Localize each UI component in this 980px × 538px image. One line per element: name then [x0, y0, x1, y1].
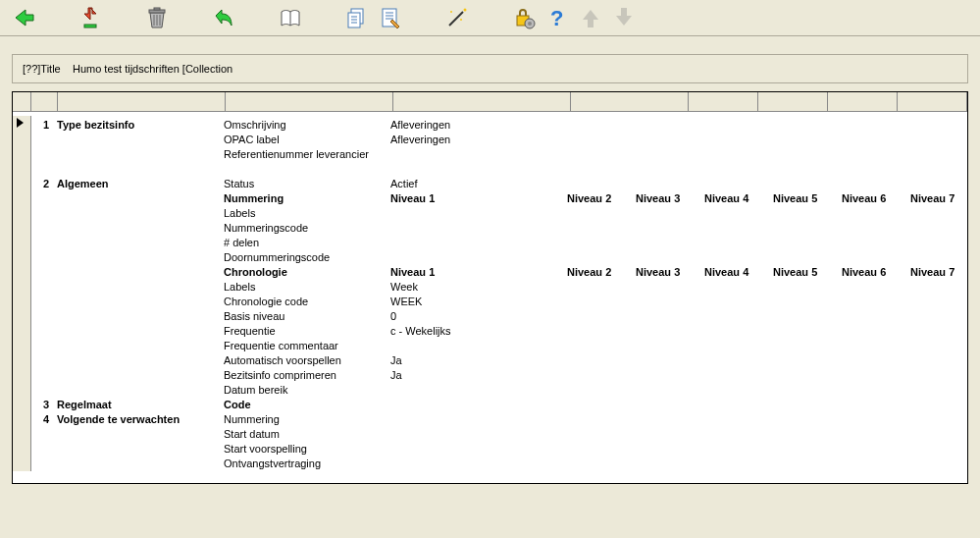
field-label: Basis niveau — [224, 309, 390, 324]
field-value[interactable]: Afleveringen — [390, 133, 567, 147]
book-button[interactable] — [277, 4, 304, 31]
field-label: Chronologie — [224, 265, 390, 280]
field-value[interactable]: Afleveringen — [390, 118, 567, 133]
delete-button[interactable] — [143, 4, 171, 31]
field-value[interactable]: c - Wekelijks — [390, 324, 567, 339]
undo-button[interactable] — [210, 4, 237, 31]
field-label: Datum bereik — [224, 383, 390, 398]
section-heading[interactable]: Type bezitsinfo — [57, 118, 224, 133]
section-number: 4 — [31, 412, 57, 427]
section-heading[interactable]: Algemeen — [57, 177, 224, 191]
section-number: 1 — [31, 118, 57, 133]
field-label: Doornummeringscode — [224, 250, 390, 265]
copy-button[interactable] — [343, 4, 371, 31]
copy-icon — [345, 6, 369, 29]
level-header[interactable]: Niveau 1 — [390, 265, 567, 280]
field-label: Chronologie code — [224, 295, 390, 309]
field-label: Omschrijving — [224, 118, 390, 133]
field-label: Start voorspelling — [224, 442, 390, 457]
wand-button[interactable] — [443, 4, 471, 31]
nav-up-icon — [579, 6, 602, 29]
help-icon: ? — [545, 6, 569, 29]
field-label: Code — [224, 398, 390, 412]
undo-icon — [212, 6, 235, 29]
field-label: Status — [224, 177, 390, 191]
field-value[interactable]: Ja — [390, 353, 567, 368]
field-label: Nummeringscode — [224, 221, 390, 236]
field-label: Nummering — [224, 412, 390, 427]
lock-settings-button[interactable] — [510, 4, 538, 31]
field-value[interactable]: WEEK — [390, 295, 567, 309]
level-header[interactable]: Niveau 3 — [636, 265, 704, 280]
svg-point-17 — [450, 11, 452, 13]
wand-icon — [445, 6, 469, 29]
level-header[interactable]: Niveau 4 — [704, 265, 773, 280]
level-header[interactable]: Niveau 5 — [773, 191, 842, 206]
trash-icon — [145, 6, 169, 29]
book-icon — [279, 6, 302, 29]
data-grid: 1 2 3 4 Type bezitsi — [12, 91, 968, 484]
section-number: 2 — [31, 177, 57, 191]
field-value[interactable]: Week — [390, 280, 567, 295]
level-header[interactable]: Niveau 6 — [842, 191, 910, 206]
title-prefix: [??]Title — [23, 63, 61, 75]
field-label: Bezitsinfo comprimeren — [224, 368, 390, 383]
back-button[interactable] — [10, 4, 37, 31]
nav-up-button — [577, 4, 604, 31]
section-heading[interactable]: Volgende te verwachten — [57, 412, 224, 427]
toolbar: ? — [0, 0, 980, 36]
field-label: Labels — [224, 280, 390, 295]
section-number: 3 — [31, 398, 57, 412]
svg-line-16 — [449, 12, 463, 26]
field-label: # delen — [224, 236, 390, 250]
level-header[interactable]: Niveau 1 — [390, 191, 567, 206]
nav-down-button — [610, 4, 638, 31]
level-header[interactable]: Niveau 2 — [567, 265, 636, 280]
section-heading[interactable]: Regelmaat — [57, 398, 224, 412]
level-header[interactable]: Niveau 3 — [636, 191, 704, 206]
field-label: Labels — [224, 206, 390, 221]
field-label: Nummering — [224, 191, 390, 206]
svg-text:?: ? — [550, 6, 563, 29]
svg-rect-0 — [84, 25, 96, 27]
help-button[interactable]: ? — [543, 4, 571, 31]
level-header[interactable]: Niveau 7 — [910, 191, 979, 206]
field-value[interactable]: Actief — [390, 177, 567, 191]
svg-rect-2 — [154, 8, 160, 10]
field-label: Ontvangstvertraging — [224, 457, 390, 471]
current-row-indicator-icon — [17, 118, 24, 128]
field-value[interactable]: Ja — [390, 368, 567, 383]
field-label: Referentienummer leverancier — [224, 147, 390, 162]
field-value[interactable]: 0 — [390, 309, 567, 324]
field-label: Frequentie — [224, 324, 390, 339]
nav-down-icon — [612, 6, 636, 29]
back-arrow-icon — [12, 6, 35, 29]
row-indicator-gutter — [13, 116, 31, 471]
level-header[interactable]: Niveau 2 — [567, 191, 636, 206]
grid-header — [13, 92, 967, 112]
svg-point-18 — [464, 9, 467, 12]
edit-doc-icon — [379, 6, 402, 29]
record-title-bar: [??]Title Humo test tijdschriften [Colle… — [12, 54, 968, 83]
lock-settings-icon — [512, 6, 536, 29]
svg-point-19 — [460, 19, 462, 21]
level-header[interactable]: Niveau 6 — [842, 265, 910, 280]
field-label: Start datum — [224, 427, 390, 442]
level-header[interactable]: Niveau 5 — [773, 265, 842, 280]
level-header[interactable]: Niveau 7 — [910, 265, 979, 280]
download-icon — [78, 6, 102, 29]
level-header[interactable]: Niveau 4 — [704, 191, 773, 206]
svg-point-22 — [528, 22, 532, 26]
edit-doc-button[interactable] — [377, 4, 404, 31]
field-label: OPAC label — [224, 133, 390, 147]
field-label: Frequentie commentaar — [224, 339, 390, 353]
field-label: Automatisch voorspellen — [224, 353, 390, 368]
download-button[interactable] — [77, 4, 104, 31]
grid-body: 1 2 3 4 Type bezitsi — [13, 112, 967, 483]
title-text: Humo test tijdschriften [Collection — [73, 63, 232, 75]
